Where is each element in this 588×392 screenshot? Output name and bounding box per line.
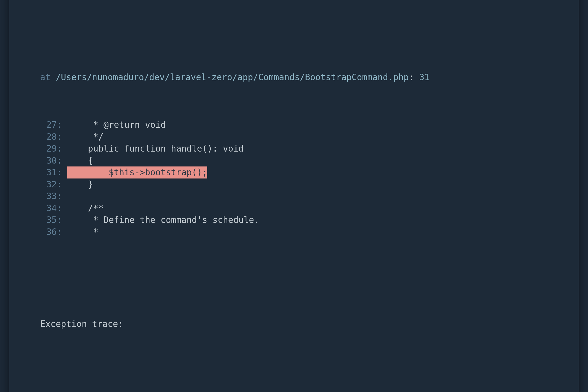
line-number: 31 xyxy=(40,166,57,178)
line-number: 34 xyxy=(40,202,57,214)
at-label: at xyxy=(40,72,51,82)
code-context: 27: * @return void 28: */ 29: public fun… xyxy=(25,119,563,238)
code-line: 31: $this->bootstrap(); xyxy=(25,166,563,178)
line-number: 35 xyxy=(40,214,57,226)
code-line: 27: * @return void xyxy=(25,119,563,131)
line-number: 36 xyxy=(40,226,57,238)
code-line: 33: xyxy=(25,190,563,202)
code-line: 30: { xyxy=(25,155,563,167)
code-line: 29: public function handle(): void xyxy=(25,143,563,155)
code-line: 36: * xyxy=(25,226,563,238)
line-number: 29 xyxy=(40,143,57,155)
line-number: 30 xyxy=(40,155,57,167)
trace-title: Exception trace: xyxy=(25,318,563,330)
error-file-path: /Users/nunomaduro/dev/laravel-zero/app/C… xyxy=(56,72,409,82)
code-text: public function handle(): void xyxy=(67,143,244,154)
code-text: } xyxy=(67,179,93,189)
error-location: at /Users/nunomaduro/dev/laravel-zero/ap… xyxy=(25,71,563,83)
code-text: * @return void xyxy=(67,120,166,130)
code-line: 28: */ xyxy=(25,131,563,143)
code-line: 35: * Define the command's schedule. xyxy=(25,214,563,226)
code-line: 32: } xyxy=(25,178,563,191)
terminal-body[interactable]: → laravel-zero git:(release-4.0.0) ✗ php… xyxy=(19,0,569,392)
line-number: 28 xyxy=(40,131,57,143)
code-text: */ xyxy=(67,132,103,142)
code-text: { xyxy=(67,155,93,166)
code-text: /** xyxy=(67,203,103,213)
line-number: 27 xyxy=(40,119,57,131)
code-line: 34: /** xyxy=(25,202,563,214)
code-text: * Define the command's schedule. xyxy=(67,215,259,225)
highlighted-code: $this->bootstrap(); xyxy=(67,166,207,178)
line-number: 32 xyxy=(40,178,57,191)
code-text: * xyxy=(67,227,98,237)
line-number: 33 xyxy=(40,190,57,202)
terminal-window: nunomaduro@mac: ~/dev/laravel-zero → lar… xyxy=(9,0,579,392)
error-file-line: 31 xyxy=(419,72,430,82)
